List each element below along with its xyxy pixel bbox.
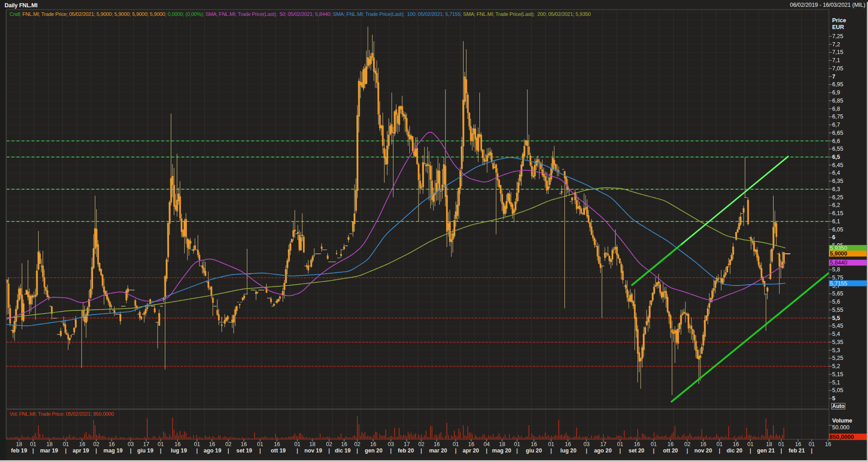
svg-text:mag 19: mag 19	[104, 447, 123, 454]
svg-text:16: 16	[274, 441, 280, 447]
svg-text:01: 01	[453, 441, 459, 447]
svg-text:01: 01	[809, 441, 815, 447]
svg-text:6,75: 6,75	[832, 113, 843, 120]
svg-text:dic 20: dic 20	[727, 447, 743, 454]
svg-text:|: |	[486, 447, 487, 454]
svg-text:EUR: EUR	[832, 24, 844, 30]
svg-text:02: 02	[225, 441, 232, 447]
svg-text:|: |	[653, 447, 654, 454]
svg-text:giu 19: giu 19	[137, 447, 153, 454]
svg-text:01: 01	[294, 441, 301, 447]
svg-text:5,9000: 5,9000	[830, 251, 847, 257]
svg-text:01: 01	[651, 441, 657, 447]
svg-text:01: 01	[63, 441, 69, 447]
svg-text:set 19: set 19	[237, 447, 252, 454]
svg-text:feb 19: feb 19	[11, 447, 27, 454]
svg-text:17: 17	[404, 441, 410, 447]
svg-text:|: |	[586, 447, 587, 454]
svg-text:7,15: 7,15	[832, 49, 843, 55]
svg-text:ago 20: ago 20	[594, 447, 612, 454]
svg-text:set 20: set 20	[629, 447, 645, 454]
svg-text:02: 02	[326, 441, 332, 447]
svg-text:|: |	[750, 447, 751, 454]
svg-text:01: 01	[548, 441, 554, 447]
svg-text:|: |	[455, 447, 456, 454]
svg-text:5,55: 5,55	[832, 307, 843, 313]
svg-text:16: 16	[174, 441, 181, 447]
svg-text:03: 03	[128, 441, 134, 447]
svg-text:dic 19: dic 19	[335, 447, 351, 454]
svg-text:6,2: 6,2	[832, 202, 840, 208]
svg-text:5,3: 5,3	[832, 347, 840, 354]
svg-text:giu 20: giu 20	[526, 447, 542, 454]
svg-text:16: 16	[468, 441, 474, 447]
svg-text:gen 20: gen 20	[365, 447, 383, 454]
svg-text:16: 16	[795, 441, 801, 447]
svg-text:02: 02	[684, 441, 690, 447]
svg-text:18: 18	[46, 441, 53, 447]
svg-text:|: |	[196, 447, 197, 454]
svg-text:Vol; FNL.MI; Trade Price; 05/0: Vol; FNL.MI; Trade Price; 05/02/2021; 85…	[10, 411, 114, 417]
svg-text:ago 19: ago 19	[204, 447, 222, 454]
svg-text:mag 20: mag 20	[492, 447, 512, 454]
svg-text:|: |	[95, 447, 97, 454]
svg-text:5,35: 5,35	[832, 339, 843, 345]
svg-text:03: 03	[583, 441, 590, 447]
svg-text:|: |	[780, 447, 782, 454]
svg-text:01: 01	[158, 441, 164, 447]
svg-text:5,65: 5,65	[832, 290, 843, 297]
svg-text:04: 04	[483, 441, 490, 447]
svg-text:50.000: 50.000	[832, 424, 849, 431]
svg-text:apr 20: apr 20	[463, 447, 479, 454]
svg-text:|: |	[296, 447, 298, 454]
svg-text:5: 5	[832, 395, 835, 402]
svg-text:06/02/2019 - 16/03/2021 (MIL): 06/02/2019 - 16/03/2021 (MIL)	[790, 2, 865, 8]
svg-text:01: 01	[747, 441, 754, 447]
svg-text:16: 16	[209, 441, 215, 447]
svg-text:6,6: 6,6	[832, 138, 840, 144]
svg-text:|: |	[160, 447, 161, 454]
svg-text:mar 19: mar 19	[40, 447, 58, 454]
svg-text:|: |	[259, 447, 261, 454]
svg-text:6,3: 6,3	[832, 186, 840, 192]
svg-text:Volume: Volume	[832, 418, 852, 424]
svg-text:6,55: 6,55	[832, 146, 843, 152]
svg-text:6,45: 6,45	[832, 162, 843, 168]
svg-text:16: 16	[634, 441, 640, 447]
svg-text:5,1: 5,1	[832, 379, 840, 386]
svg-text:6,05: 6,05	[832, 226, 843, 233]
svg-text:02: 02	[418, 441, 424, 447]
svg-text:16: 16	[733, 441, 739, 447]
svg-text:01: 01	[716, 441, 723, 447]
svg-text:01: 01	[257, 441, 263, 447]
svg-text:02: 02	[354, 441, 360, 447]
svg-text:01: 01	[617, 441, 623, 447]
svg-text:18: 18	[766, 441, 772, 447]
svg-text:6: 6	[832, 234, 835, 241]
svg-text:16: 16	[434, 441, 440, 447]
svg-text:01: 01	[514, 441, 520, 447]
svg-text:7: 7	[832, 74, 835, 80]
svg-text:5,8440: 5,8440	[830, 260, 847, 266]
svg-text:Daily FNL.MI: Daily FNL.MI	[5, 2, 38, 9]
svg-text:7,25: 7,25	[832, 33, 843, 39]
svg-text:01: 01	[778, 441, 784, 447]
svg-text:|: |	[516, 447, 518, 454]
svg-text:5,6: 5,6	[832, 299, 840, 305]
svg-text:|: |	[328, 447, 330, 454]
svg-text:16: 16	[108, 441, 115, 447]
svg-text:16: 16	[341, 441, 347, 447]
svg-text:6,15: 6,15	[832, 210, 843, 216]
svg-text:16: 16	[370, 441, 376, 447]
svg-text:16: 16	[565, 441, 571, 447]
svg-text:lug 20: lug 20	[560, 447, 577, 454]
svg-text:5,7155: 5,7155	[830, 280, 847, 287]
svg-text:03: 03	[388, 441, 394, 447]
svg-text:|: |	[686, 447, 688, 454]
svg-text:6,4: 6,4	[832, 170, 840, 176]
svg-text:feb 21: feb 21	[789, 447, 805, 454]
svg-text:7,1: 7,1	[832, 57, 840, 64]
svg-text:lug 19: lug 19	[171, 447, 187, 454]
svg-text:ott 20: ott 20	[663, 447, 678, 454]
svg-text:apr 19: apr 19	[73, 447, 89, 454]
